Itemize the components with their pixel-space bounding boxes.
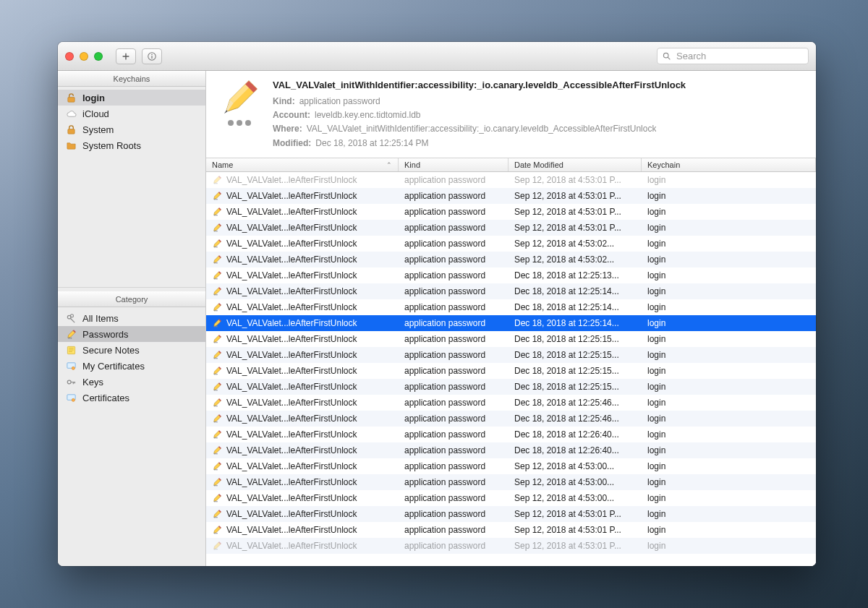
search-field-wrapper[interactable] xyxy=(657,48,809,64)
search-input[interactable] xyxy=(675,50,804,62)
table-row[interactable]: VAL_VALValet...leAfterFirstUnlockapplica… xyxy=(206,427,816,442)
sidebar-item-label: Certificates xyxy=(82,393,129,403)
cell-name-text: VAL_VALValet...leAfterFirstUnlock xyxy=(226,318,357,328)
cell-date: Sep 12, 2018 at 4:53:02... xyxy=(509,254,642,265)
cell-kind: application password xyxy=(399,493,509,503)
cell-name-text: VAL_VALValet...leAfterFirstUnlock xyxy=(226,286,357,296)
cell-date: Dec 18, 2018 at 12:25:46... xyxy=(509,414,642,424)
cell-name-text: VAL_VALValet...leAfterFirstUnlock xyxy=(226,270,357,281)
zoom-window-button[interactable] xyxy=(94,52,103,61)
password-item-icon xyxy=(212,525,222,535)
table-row[interactable]: VAL_VALValet...leAfterFirstUnlockapplica… xyxy=(206,172,816,188)
table-row[interactable]: VAL_VALValet...leAfterFirstUnlockapplica… xyxy=(206,538,816,554)
modified-value: Dec 18, 2018 at 12:25:14 PM xyxy=(315,137,428,150)
table-row[interactable]: VAL_VALValet...leAfterFirstUnlockapplica… xyxy=(206,395,816,411)
cloud-icon xyxy=(65,108,77,119)
cell-date: Dec 18, 2018 at 12:25:15... xyxy=(509,350,642,360)
table-row[interactable]: VAL_VALValet...leAfterFirstUnlockapplica… xyxy=(206,458,816,474)
sidebar-item-keys[interactable]: Keys xyxy=(58,374,205,390)
password-item-icon xyxy=(212,398,222,408)
table-row[interactable]: VAL_VALValet...leAfterFirstUnlockapplica… xyxy=(206,220,816,236)
table-row[interactable]: VAL_VALValet...leAfterFirstUnlockapplica… xyxy=(206,363,816,379)
table-row[interactable]: VAL_VALValet...leAfterFirstUnlockapplica… xyxy=(206,474,816,490)
table-row[interactable]: VAL_VALValet...leAfterFirstUnlockapplica… xyxy=(206,299,816,315)
cell-name: VAL_VALValet...leAfterFirstUnlock xyxy=(206,445,399,455)
cell-name-text: VAL_VALValet...leAfterFirstUnlock xyxy=(226,525,357,535)
table-row[interactable]: VAL_VALValet...leAfterFirstUnlockapplica… xyxy=(206,347,816,363)
column-keychain[interactable]: Keychain xyxy=(642,158,816,171)
sidebar-item-my-certificates[interactable]: My Certificates xyxy=(58,358,205,374)
cell-kind: application password xyxy=(399,541,509,551)
cell-kind: application password xyxy=(399,254,509,265)
cell-keychain: login xyxy=(642,239,816,249)
column-name[interactable]: Name ⌃ xyxy=(206,158,399,171)
column-date[interactable]: Date Modified xyxy=(509,158,642,171)
password-item-icon xyxy=(212,382,222,392)
cell-date: Dec 18, 2018 at 12:25:14... xyxy=(509,302,642,312)
cell-date: Dec 18, 2018 at 12:25:46... xyxy=(509,398,642,408)
keychain-access-window: Keychains loginiCloudSystemSystem Roots … xyxy=(58,42,816,566)
titlebar xyxy=(58,42,816,71)
sidebar-item-icloud[interactable]: iCloud xyxy=(58,106,205,121)
pencil-icon xyxy=(221,80,258,117)
table-row[interactable]: VAL_VALValet...leAfterFirstUnlockapplica… xyxy=(206,267,816,283)
item-detail-icon xyxy=(216,80,263,126)
table-row[interactable]: VAL_VALValet...leAfterFirstUnlockapplica… xyxy=(206,283,816,299)
cell-keychain: login xyxy=(642,414,816,424)
password-item-icon xyxy=(212,302,222,312)
info-button[interactable] xyxy=(142,48,162,64)
column-kind[interactable]: Kind xyxy=(399,158,509,171)
items-table[interactable]: VAL_VALValet...leAfterFirstUnlockapplica… xyxy=(206,172,816,566)
table-row[interactable]: VAL_VALValet...leAfterFirstUnlockapplica… xyxy=(206,331,816,347)
add-item-button[interactable] xyxy=(116,48,136,64)
sidebar-item-all-items[interactable]: All Items xyxy=(58,310,205,326)
table-row[interactable]: VAL_VALValet...leAfterFirstUnlockapplica… xyxy=(206,506,816,522)
sidebar-item-label: System Roots xyxy=(82,140,141,151)
table-row[interactable]: VAL_VALValet...leAfterFirstUnlockapplica… xyxy=(206,442,816,458)
sidebar-item-passwords[interactable]: Passwords xyxy=(58,326,205,342)
cell-keychain: login xyxy=(642,509,816,519)
minimize-window-button[interactable] xyxy=(80,52,88,61)
where-value: VAL_VALValet_initWithIdentifier:accessib… xyxy=(307,122,657,136)
table-row[interactable]: VAL_VALValet...leAfterFirstUnlockapplica… xyxy=(206,236,816,252)
cell-date: Dec 18, 2018 at 12:25:14... xyxy=(509,286,642,296)
cell-date: Dec 18, 2018 at 12:25:13... xyxy=(509,270,642,281)
password-item-icon xyxy=(212,429,222,440)
cell-name: VAL_VALValet...leAfterFirstUnlock xyxy=(206,270,399,281)
column-kind-label: Kind xyxy=(404,160,420,169)
table-row[interactable]: VAL_VALValet...leAfterFirstUnlockapplica… xyxy=(206,522,816,538)
cell-keychain: login xyxy=(642,525,816,535)
sidebar-item-login[interactable]: login xyxy=(58,90,205,106)
account-value: leveldb.key.enc.tidtomid.ldb xyxy=(315,108,421,122)
table-row[interactable]: VAL_VALValet...leAfterFirstUnlockapplica… xyxy=(206,411,816,427)
sidebar-item-system[interactable]: System xyxy=(58,121,205,137)
sidebar-item-certificates[interactable]: Certificates xyxy=(58,390,205,406)
cell-name-text: VAL_VALValet...leAfterFirstUnlock xyxy=(226,398,357,408)
item-detail-pane: VAL_VALValet_initWithIdentifier:accessib… xyxy=(206,71,816,158)
cell-keychain: login xyxy=(642,254,816,265)
cell-keychain: login xyxy=(642,270,816,281)
sidebar-item-label: System xyxy=(82,124,114,135)
cell-name-text: VAL_VALValet...leAfterFirstUnlock xyxy=(226,175,357,185)
table-row[interactable]: VAL_VALValet...leAfterFirstUnlockapplica… xyxy=(206,188,816,204)
table-row[interactable]: VAL_VALValet...leAfterFirstUnlockapplica… xyxy=(206,490,816,506)
cell-keychain: login xyxy=(642,461,816,471)
cell-date: Dec 18, 2018 at 12:26:40... xyxy=(509,445,642,455)
table-row[interactable]: VAL_VALValet...leAfterFirstUnlockapplica… xyxy=(206,315,816,331)
cell-name: VAL_VALValet...leAfterFirstUnlock xyxy=(206,429,399,440)
sidebar-item-label: iCloud xyxy=(82,108,109,119)
password-item-icon xyxy=(212,414,222,424)
sidebar-item-secure-notes[interactable]: Secure Notes xyxy=(58,342,205,358)
cell-date: Sep 12, 2018 at 4:53:01 P... xyxy=(509,191,642,201)
cell-date: Dec 18, 2018 at 12:25:15... xyxy=(509,366,642,376)
cell-name: VAL_VALValet...leAfterFirstUnlock xyxy=(206,382,399,392)
table-row[interactable]: VAL_VALValet...leAfterFirstUnlockapplica… xyxy=(206,252,816,267)
close-window-button[interactable] xyxy=(65,52,74,61)
table-row[interactable]: VAL_VALValet...leAfterFirstUnlockapplica… xyxy=(206,379,816,395)
table-row[interactable]: VAL_VALValet...leAfterFirstUnlockapplica… xyxy=(206,204,816,220)
cell-kind: application password xyxy=(399,366,509,376)
sidebar-item-system-roots[interactable]: System Roots xyxy=(58,137,205,153)
sidebar-item-label: Secure Notes xyxy=(82,345,140,356)
cell-name-text: VAL_VALValet...leAfterFirstUnlock xyxy=(226,302,357,312)
lock-open-icon xyxy=(65,92,77,103)
